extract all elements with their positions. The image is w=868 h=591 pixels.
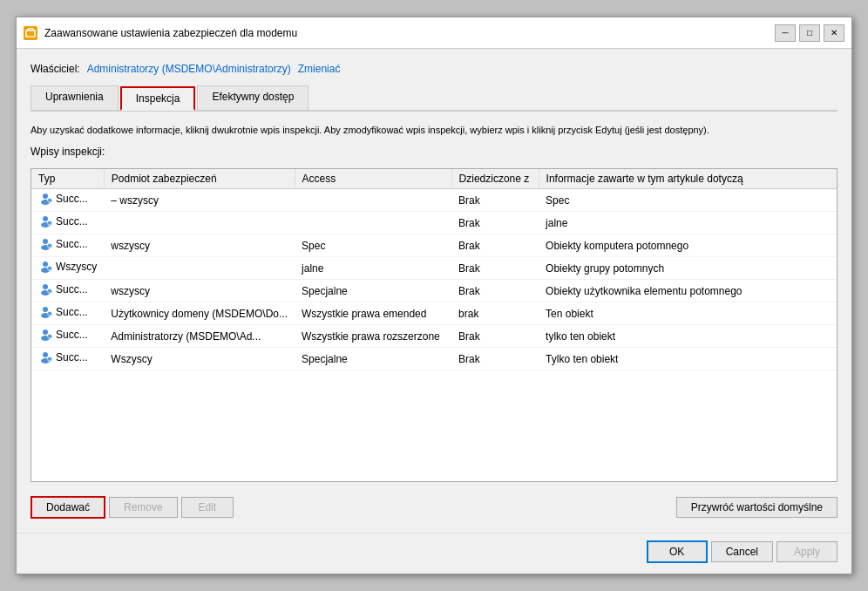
title-controls: ─ □ ✕ bbox=[775, 24, 844, 42]
cell-access: Specjalne bbox=[295, 348, 451, 370]
col-header-inherited: Dziedziczone z bbox=[451, 169, 539, 189]
cell-principal: Użytkownicy domeny (MSDEMO\Do... bbox=[104, 302, 295, 325]
audit-table: Typ Podmiot zabezpieczeń Access Dziedzic… bbox=[31, 169, 837, 370]
edit-button[interactable]: Edit bbox=[181, 497, 234, 518]
audit-table-container: Typ Podmiot zabezpieczeń Access Dziedzic… bbox=[31, 168, 837, 482]
add-button[interactable]: Dodawać bbox=[31, 496, 105, 519]
cell-principal: – wszyscy bbox=[104, 189, 295, 212]
remove-button[interactable]: Remove bbox=[109, 497, 178, 518]
title-bar: Zaawansowane ustawienia zabezpieczeń dla… bbox=[17, 17, 851, 49]
cell-inherited: Brak bbox=[451, 257, 539, 280]
cell-principal bbox=[104, 257, 295, 280]
action-buttons-row: Dodawać Remove Edit Przywróć wartości do… bbox=[31, 489, 837, 522]
col-header-type: Typ bbox=[31, 169, 104, 189]
cell-access bbox=[295, 189, 451, 212]
cell-inherited: Brak bbox=[451, 234, 539, 257]
cancel-button[interactable]: Cancel bbox=[711, 541, 773, 562]
svg-point-29 bbox=[43, 352, 48, 357]
cell-inherited: Brak bbox=[451, 325, 539, 348]
cell-applies: Ten obiekt bbox=[539, 302, 837, 325]
cell-type: + Succ... bbox=[31, 348, 104, 370]
footer: OK Cancel Apply bbox=[17, 533, 851, 574]
owner-label: Właściciel: bbox=[31, 63, 80, 75]
cell-type: + Succ... bbox=[31, 302, 104, 325]
svg-point-17 bbox=[43, 284, 48, 289]
restore-button[interactable]: Przywróć wartości domyślne bbox=[676, 497, 837, 518]
cell-applies: Spec bbox=[539, 189, 837, 212]
svg-point-21 bbox=[43, 307, 48, 312]
table-row[interactable]: + Succ... WszyscySpecjalneBrakTylko ten … bbox=[31, 348, 837, 370]
table-row[interactable]: + Wszyscy jalneBrakObiekty grupy potomny… bbox=[31, 257, 837, 280]
window-title: Zaawansowane ustawienia zabezpieczeń dla… bbox=[44, 27, 768, 39]
table-row[interactable]: + Succ... Brakjalne bbox=[31, 212, 837, 234]
cell-applies: Obiekty użytkownika elementu potomnego bbox=[539, 280, 837, 302]
table-row[interactable]: + Succ... Administratorzy (MSDEMO\Ad...W… bbox=[31, 325, 837, 348]
tab-uprawnienia[interactable]: Uprawnienia bbox=[31, 85, 119, 110]
cell-type: + Succ... bbox=[31, 234, 104, 257]
main-window: Zaawansowane ustawienia zabezpieczeń dla… bbox=[16, 17, 852, 574]
cell-principal bbox=[104, 212, 295, 234]
cell-principal: Wszyscy bbox=[104, 348, 295, 370]
change-link[interactable]: Zmieniać bbox=[298, 63, 341, 75]
cell-inherited: Brak bbox=[451, 280, 539, 302]
svg-point-25 bbox=[43, 329, 48, 335]
cell-applies: tylko ten obiekt bbox=[539, 325, 837, 348]
info-text: Aby uzyskać dodatkowe informacje, klikni… bbox=[31, 122, 837, 139]
cell-applies: Obiekty komputera potomnego bbox=[539, 234, 837, 257]
cell-access bbox=[295, 212, 451, 234]
close-button[interactable]: ✕ bbox=[824, 24, 844, 42]
cell-access: jalne bbox=[295, 257, 451, 280]
svg-point-1 bbox=[43, 194, 48, 199]
svg-point-13 bbox=[43, 262, 48, 267]
table-row[interactable]: + Succ... – wszyscyBrakSpec bbox=[31, 189, 837, 212]
audit-section-label: Wpisy inspekcji: bbox=[31, 146, 837, 158]
svg-rect-0 bbox=[26, 31, 35, 37]
table-row[interactable]: + Succ... wszyscySpecjalneBrakObiekty uż… bbox=[31, 280, 837, 302]
cell-access: Specjalne bbox=[295, 280, 451, 302]
col-header-applies: Informacje zawarte w tym artykule dotycz… bbox=[539, 169, 837, 189]
apply-button[interactable]: Apply bbox=[776, 541, 837, 562]
maximize-button[interactable]: □ bbox=[799, 24, 820, 42]
cell-principal: Administratorzy (MSDEMO\Ad... bbox=[104, 325, 295, 348]
window-icon bbox=[24, 26, 37, 40]
col-header-access: Access bbox=[295, 169, 451, 189]
cell-inherited: Brak bbox=[451, 212, 539, 234]
minimize-button[interactable]: ─ bbox=[775, 24, 796, 42]
owner-row: Właściciel: Administratorzy (MSDEMO\Admi… bbox=[31, 59, 837, 78]
table-row[interactable]: + Succ... wszyscySpecBrakObiekty kompute… bbox=[31, 234, 837, 257]
cell-type: + Succ... bbox=[31, 325, 104, 348]
svg-point-9 bbox=[43, 239, 48, 244]
cell-type: + Wszyscy bbox=[31, 257, 104, 280]
ok-button[interactable]: OK bbox=[647, 540, 708, 563]
cell-inherited: brak bbox=[451, 302, 539, 325]
cell-access: Wszystkie prawa emended bbox=[295, 302, 451, 325]
table-row[interactable]: + Succ... Użytkownicy domeny (MSDEMO\Do.… bbox=[31, 302, 837, 325]
cell-applies: Tylko ten obiekt bbox=[539, 348, 837, 370]
tab-inspekcja[interactable]: Inspekcja bbox=[120, 86, 196, 111]
cell-type: + Succ... bbox=[31, 212, 104, 234]
cell-applies: jalne bbox=[539, 212, 837, 234]
cell-access: Wszystkie prawa rozszerzone bbox=[295, 325, 451, 348]
cell-principal: wszyscy bbox=[104, 234, 295, 257]
cell-inherited: Brak bbox=[451, 189, 539, 212]
svg-point-5 bbox=[43, 216, 48, 221]
tabs-bar: Uprawnienia Inspekcja Efektywny dostęp bbox=[31, 85, 837, 112]
owner-value: Administratorzy (MSDEMO\Administratorzy) bbox=[87, 63, 291, 75]
dialog-content: Właściciel: Administratorzy (MSDEMO\Admi… bbox=[17, 49, 851, 533]
cell-inherited: Brak bbox=[451, 348, 539, 370]
col-header-principal: Podmiot zabezpieczeń bbox=[104, 169, 295, 189]
cell-principal: wszyscy bbox=[104, 280, 295, 302]
cell-type: + Succ... bbox=[31, 280, 104, 302]
cell-type: + Succ... bbox=[31, 189, 104, 212]
tab-efektywny[interactable]: Efektywny dostęp bbox=[197, 85, 309, 110]
cell-access: Spec bbox=[295, 234, 451, 257]
cell-applies: Obiekty grupy potomnych bbox=[539, 257, 837, 280]
